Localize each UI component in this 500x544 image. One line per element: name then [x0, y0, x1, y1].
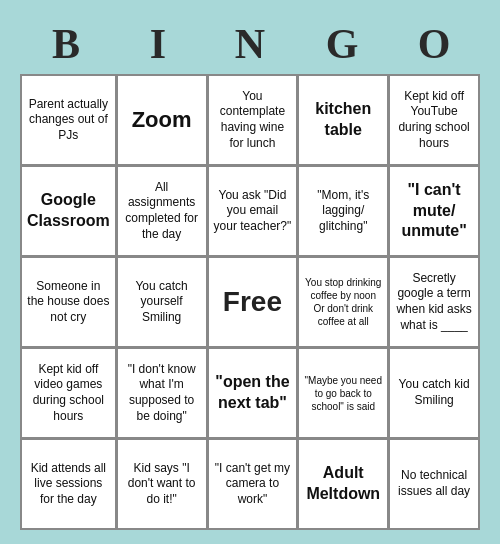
bingo-cell: You catch kid Smiling [390, 349, 478, 437]
header-letter: G [298, 20, 386, 68]
cell-text: Kept kid off YouTube during school hours [395, 89, 473, 151]
bingo-grid: Parent actually changes out of PJsZoomYo… [20, 74, 480, 530]
bingo-cell: Google Classroom [22, 167, 115, 255]
bingo-cell: Zoom [118, 76, 206, 164]
cell-text: Free [223, 284, 282, 320]
cell-text: "Mom, it's lagging/ glitching" [304, 188, 382, 235]
cell-text: Parent actually changes out of PJs [27, 97, 110, 144]
bingo-cell: "Mom, it's lagging/ glitching" [299, 167, 387, 255]
bingo-cell: "I don't know what I'm supposed to be do… [118, 349, 206, 437]
cell-text: "I don't know what I'm supposed to be do… [123, 362, 201, 424]
header-letter: I [114, 20, 202, 68]
bingo-cell: Adult Meltdown [299, 440, 387, 528]
bingo-cell: Free [209, 258, 297, 346]
header-letter: O [390, 20, 478, 68]
bingo-cell: Kid says "I don't want to do it!" [118, 440, 206, 528]
cell-text: You catch yourself Smiling [123, 279, 201, 326]
cell-text: No technical issues all day [395, 468, 473, 499]
bingo-cell: All assignments completed for the day [118, 167, 206, 255]
bingo-cell: You catch yourself Smiling [118, 258, 206, 346]
cell-text: "Maybe you need to go back to school" is… [304, 374, 382, 413]
cell-text: "open the next tab" [214, 372, 292, 414]
cell-text: Kid says "I don't want to do it!" [123, 461, 201, 508]
cell-text: "I can't get my camera to work" [214, 461, 292, 508]
bingo-cell: You stop drinking coffee by noon Or don'… [299, 258, 387, 346]
bingo-cell: "I can't get my camera to work" [209, 440, 297, 528]
cell-text: Kept kid off video games during school h… [27, 362, 110, 424]
cell-text: kitchen table [304, 99, 382, 141]
cell-text: Adult Meltdown [304, 463, 382, 505]
bingo-cell: Secretly google a term when kid asks wha… [390, 258, 478, 346]
bingo-cell: "I can't mute/ unmute" [390, 167, 478, 255]
cell-text: You contemplate having wine for lunch [214, 89, 292, 151]
header-letter: N [206, 20, 294, 68]
cell-text: Kid attends all live sessions for the da… [27, 461, 110, 508]
cell-text: Google Classroom [27, 190, 110, 232]
cell-text: All assignments completed for the day [123, 180, 201, 242]
bingo-cell: You ask "Did you email your teacher?" [209, 167, 297, 255]
cell-text: Secretly google a term when kid asks wha… [395, 271, 473, 333]
header-letter: B [22, 20, 110, 68]
cell-text: Zoom [132, 106, 192, 135]
cell-text: You ask "Did you email your teacher?" [214, 188, 292, 235]
bingo-cell: kitchen table [299, 76, 387, 164]
cell-text: You stop drinking coffee by noon Or don'… [304, 276, 382, 328]
bingo-cell: Kept kid off YouTube during school hours [390, 76, 478, 164]
bingo-cell: Someone in the house does not cry [22, 258, 115, 346]
bingo-cell: Parent actually changes out of PJs [22, 76, 115, 164]
bingo-cell: No technical issues all day [390, 440, 478, 528]
bingo-cell: "Maybe you need to go back to school" is… [299, 349, 387, 437]
cell-text: You catch kid Smiling [395, 377, 473, 408]
header-row: BINGO [20, 20, 480, 68]
bingo-cell: You contemplate having wine for lunch [209, 76, 297, 164]
bingo-card: BINGO Parent actually changes out of PJs… [10, 4, 490, 540]
cell-text: Someone in the house does not cry [27, 279, 110, 326]
bingo-cell: Kid attends all live sessions for the da… [22, 440, 115, 528]
cell-text: "I can't mute/ unmute" [395, 180, 473, 242]
bingo-cell: Kept kid off video games during school h… [22, 349, 115, 437]
bingo-cell: "open the next tab" [209, 349, 297, 437]
